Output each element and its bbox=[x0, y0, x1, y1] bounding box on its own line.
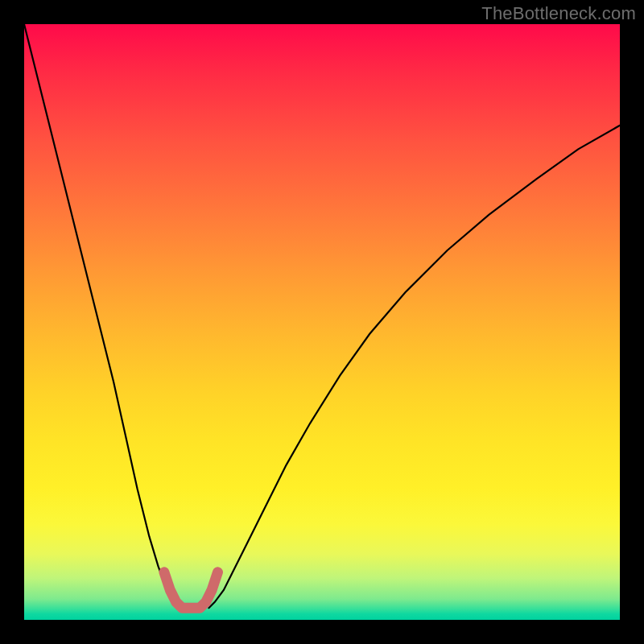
floor-marker bbox=[164, 572, 218, 608]
curve-right bbox=[208, 126, 620, 608]
curve-layer bbox=[24, 24, 620, 620]
chart-frame: TheBottleneck.com bbox=[0, 0, 644, 644]
curve-left bbox=[24, 24, 185, 608]
plot-area bbox=[24, 24, 620, 620]
watermark-text: TheBottleneck.com bbox=[481, 3, 636, 24]
